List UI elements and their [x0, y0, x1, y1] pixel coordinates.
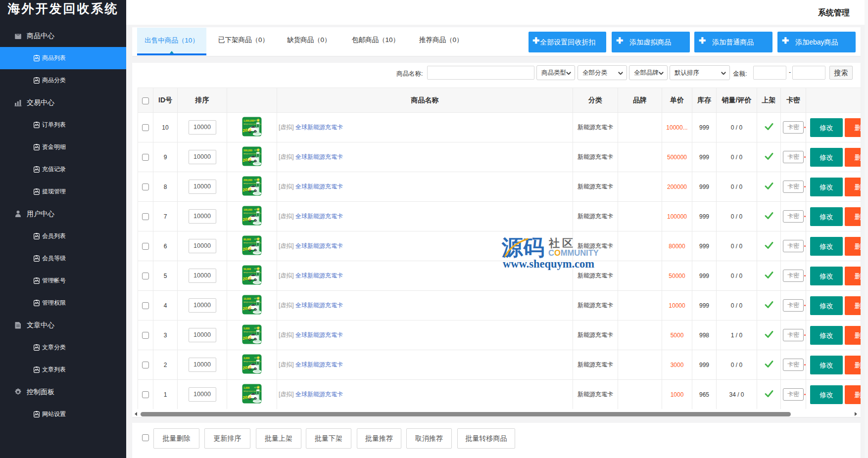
- svg-text:源码: 源码: [501, 235, 544, 259]
- svg-text:HKD: HKD: [254, 268, 257, 270]
- svg-text:10,000: 10,000: [243, 298, 251, 300]
- svg-text:HKD: HKD: [254, 238, 257, 240]
- svg-text:HKD: HKD: [254, 179, 257, 181]
- svg-text:100,000: 100,000: [243, 209, 252, 211]
- svg-text:COMMUNITY: COMMUNITY: [548, 248, 599, 257]
- svg-text:HKD: HKD: [254, 209, 257, 211]
- svg-text:80,000: 80,000: [243, 238, 251, 241]
- svg-text:500,000: 500,000: [243, 149, 252, 152]
- svg-text:3,000: 3,000: [243, 357, 250, 360]
- svg-text:HKD: HKD: [254, 387, 257, 389]
- svg-text:5,000: 5,000: [243, 327, 250, 330]
- svg-text:HKD: HKD: [254, 149, 257, 151]
- svg-text:HKD: HKD: [254, 298, 257, 300]
- svg-text:社区: 社区: [548, 237, 576, 249]
- svg-text:HKD: HKD: [254, 357, 257, 359]
- svg-text:50,000: 50,000: [243, 268, 251, 271]
- svg-text:200,000: 200,000: [243, 179, 252, 182]
- svg-text:1,000,000: 1,000,000: [243, 120, 254, 122]
- svg-text:HKD: HKD: [254, 120, 257, 122]
- svg-text:1,000: 1,000: [243, 387, 250, 389]
- svg-text:HKD: HKD: [254, 327, 257, 329]
